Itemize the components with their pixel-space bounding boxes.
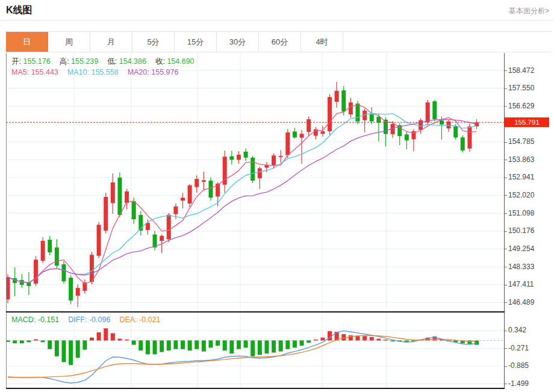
price-axis-label: 152.941 bbox=[508, 173, 534, 182]
readout-item: 开: 155.176 bbox=[11, 57, 51, 66]
macd-axis-label: 0.342 bbox=[508, 326, 526, 335]
price-axis-label: 148.333 bbox=[508, 263, 534, 272]
tab-4时[interactable]: 4时 bbox=[301, 32, 343, 52]
macd-axis-label: -0.885 bbox=[508, 361, 529, 370]
readout-item: 高: 155.239 bbox=[60, 57, 99, 66]
candlestick-chart[interactable] bbox=[6, 53, 505, 312]
readout-item: 低: 154.386 bbox=[107, 57, 146, 66]
readout-item: 收: 154.690 bbox=[155, 57, 195, 66]
price-axis-label: 147.411 bbox=[508, 280, 534, 289]
readout-item: MA5: 155.443 bbox=[11, 68, 58, 76]
price-axis-label: 157.550 bbox=[508, 84, 534, 93]
price-axis-label: 153.863 bbox=[508, 155, 534, 164]
tab-周[interactable]: 周 bbox=[48, 32, 90, 52]
main-chart-bottom-border bbox=[6, 311, 505, 313]
header-divider bbox=[0, 20, 554, 20]
tab-15分[interactable]: 15分 bbox=[175, 32, 217, 52]
page-title: K线图 bbox=[6, 4, 33, 17]
price-axis-label: 154.785 bbox=[508, 137, 534, 146]
macd-axis-label: -0.271 bbox=[508, 344, 529, 353]
macd-readout: MACD: -0.151DIFF: -0.096DEA: -0.021 bbox=[11, 316, 169, 324]
price-axis-label: 151.098 bbox=[508, 209, 534, 218]
readout-item: MA20: 155.976 bbox=[128, 68, 179, 76]
tab-30分[interactable]: 30分 bbox=[217, 32, 259, 52]
readout-item: MA10: 155.558 bbox=[67, 68, 119, 76]
tab-5分[interactable]: 5分 bbox=[132, 32, 175, 52]
fundamental-analysis-link[interactable]: 基本面分析> bbox=[509, 6, 549, 16]
price-axis-label: 150.176 bbox=[508, 226, 534, 235]
readout-item: MACD: -0.151 bbox=[11, 316, 59, 324]
tab-日[interactable]: 日 bbox=[6, 32, 48, 52]
readout-item: DIFF: -0.096 bbox=[68, 316, 110, 324]
price-axis-label: 152.020 bbox=[508, 191, 534, 200]
macd-bottom-border bbox=[6, 388, 505, 389]
readout-item: DEA: -0.021 bbox=[119, 316, 160, 324]
price-axis-label: 146.489 bbox=[508, 298, 534, 307]
macd-axis-label: -1.499 bbox=[508, 379, 529, 388]
current-price-tag: 155.791 bbox=[505, 117, 549, 127]
tab-60分[interactable]: 60分 bbox=[259, 32, 301, 52]
ohlc-readout: 开: 155.176高: 155.239低: 154.386收: 154.690 bbox=[11, 57, 204, 67]
price-axis-label: 149.254 bbox=[508, 244, 534, 254]
chart-right-border bbox=[504, 53, 505, 389]
price-axis-label: 158.472 bbox=[508, 66, 534, 75]
tab-月[interactable]: 月 bbox=[90, 32, 132, 52]
price-axis-label: 156.629 bbox=[508, 102, 534, 111]
timeframe-tabs: 日周月5分15分30分60分4时 bbox=[6, 31, 551, 52]
chart-left-border bbox=[6, 53, 7, 389]
ma-readout: MA5: 155.443MA10: 155.558MA20: 155.976 bbox=[11, 68, 187, 76]
